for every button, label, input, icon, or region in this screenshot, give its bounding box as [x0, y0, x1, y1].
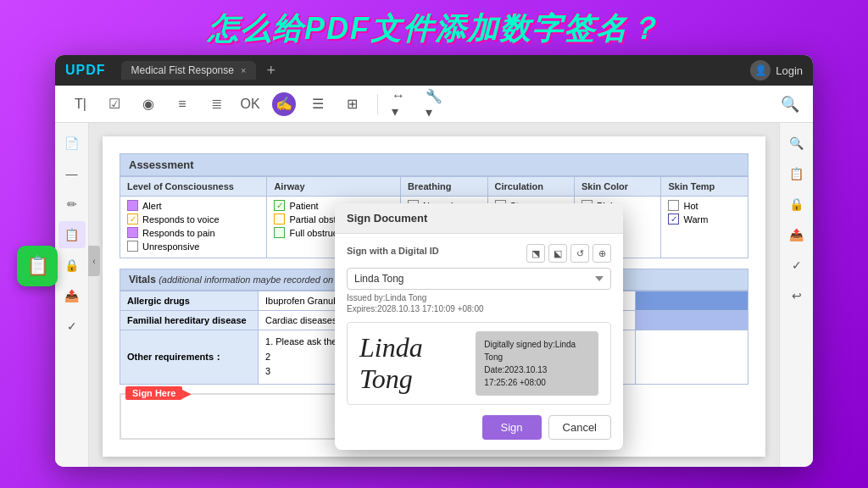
sign-document-dialog: Sign Document Sign with a Digital ID ⬔ ⬕… [335, 203, 623, 450]
sidebar-minus-icon[interactable]: — [58, 160, 86, 187]
dialog-body: Sign with a Digital ID ⬔ ⬕ ↺ ⊕ Linda Ton… [335, 234, 623, 450]
right-sidebar-form-icon[interactable]: 📋 [783, 160, 810, 187]
app-tab[interactable]: Medical Fist Response × [121, 61, 257, 80]
sidebar-check-icon[interactable]: ✓ [58, 313, 86, 340]
signature-preview: Linda Tong Digitally signed by:Linda Ton… [347, 322, 611, 405]
list-tool-icon[interactable]: ≡ [170, 92, 194, 116]
title-bar: UPDF Medical Fist Response × + 👤 Login [55, 55, 813, 86]
dialog-icon-refresh[interactable]: ↺ [570, 244, 589, 263]
issued-by-label: Issued by:Linda Tong [347, 293, 611, 302]
content-area: 📄 — ✏ 📋 🔒 📤 ✓ ‹ Assessment Level of Cons… [55, 123, 813, 467]
expires-label: Expires:2028.10.13 17:10:09 +08:00 [347, 304, 611, 313]
floating-form-icon[interactable]: 📋 [17, 246, 58, 286]
grid-tool-icon[interactable]: ⊞ [340, 92, 364, 116]
text-tool-icon[interactable]: T| [69, 92, 92, 116]
dialog-icon-add[interactable]: ⊕ [593, 244, 611, 263]
settings-tool-icon[interactable]: 🔧 ▾ [426, 92, 449, 116]
app-logo: UPDF [65, 63, 106, 78]
radio-tool-icon[interactable]: ◉ [136, 92, 160, 116]
signature-name: Linda Tong [359, 332, 476, 395]
digital-id-select[interactable]: Linda Tong [347, 268, 611, 290]
sidebar-lock-icon[interactable]: 🔒 [58, 252, 86, 279]
tab-close-button[interactable]: × [241, 65, 246, 75]
right-sidebar-search-icon[interactable]: 🔍 [783, 130, 810, 157]
right-sidebar-lock-icon[interactable]: 🔒 [783, 191, 810, 218]
dialog-icon-export[interactable]: ⬕ [548, 244, 567, 263]
login-button[interactable]: 👤 Login [750, 60, 803, 80]
signature-tool-icon[interactable]: ✍ [272, 92, 296, 116]
digital-signature-info: Digitally signed by:Linda Tong Date:2023… [476, 331, 598, 396]
tab-label: Medical Fist Response [131, 64, 234, 76]
sign-button[interactable]: Sign [482, 415, 542, 440]
ok-tool-icon[interactable]: OK [238, 92, 262, 116]
toolbar: T| ☑ ◉ ≡ ≣ OK ✍ ☰ ⊞ ↔ ▾ 🔧 ▾ 🔍 [55, 86, 813, 123]
sidebar-edit-icon[interactable]: ✏ [58, 191, 86, 218]
dialog-select-row: Linda Tong [347, 268, 611, 290]
pdf-content: Assessment Level of Consciousness Airway… [89, 123, 779, 467]
login-label: Login [776, 64, 803, 77]
dialog-title: Sign Document [335, 203, 623, 234]
sidebar-form-icon[interactable]: 📋 [58, 221, 86, 248]
right-sidebar-back-icon[interactable]: ↩ [783, 282, 810, 309]
dialog-buttons: Sign Cancel [347, 415, 611, 440]
sidebar-page-icon[interactable]: 📄 [58, 130, 86, 157]
left-sidebar: 📄 — ✏ 📋 🔒 📤 ✓ [55, 123, 89, 467]
search-icon[interactable]: 🔍 [781, 95, 799, 114]
cancel-button[interactable]: Cancel [548, 415, 611, 440]
app-window: UPDF Medical Fist Response × + 👤 Login T… [55, 55, 813, 467]
tab-add-button[interactable]: + [266, 62, 275, 80]
right-sidebar-check-icon[interactable]: ✓ [783, 252, 810, 279]
toolbar-separator [377, 94, 378, 114]
sidebar-share-icon[interactable]: 📤 [58, 282, 86, 309]
title-banner: 怎么给PDF文件添加数字签名？ [0, 8, 868, 50]
user-avatar: 👤 [750, 60, 771, 80]
table-tool-icon[interactable]: ≣ [204, 92, 228, 116]
align-tool-icon[interactable]: ↔ ▾ [392, 92, 415, 116]
checkbox-tool-icon[interactable]: ☑ [103, 92, 126, 116]
right-sidebar-share-icon[interactable]: 📤 [783, 221, 810, 248]
right-sidebar: 🔍 📋 🔒 📤 ✓ ↩ [779, 123, 813, 467]
layout-tool-icon[interactable]: ☰ [306, 92, 330, 116]
dialog-icon-copy[interactable]: ⬔ [526, 244, 545, 263]
sign-with-digital-id-label: Sign with a Digital ID [347, 246, 439, 256]
dialog-overlay: Sign Document Sign with a Digital ID ⬔ ⬕… [89, 123, 779, 467]
